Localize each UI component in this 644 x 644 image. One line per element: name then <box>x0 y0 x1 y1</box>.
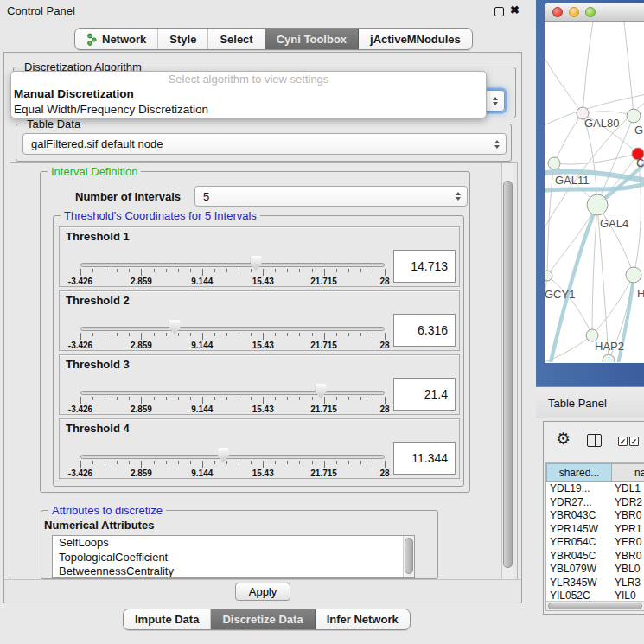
network-edge[interactable] <box>592 205 597 335</box>
table-data-combobox[interactable]: galFiltered.sif default node <box>22 133 507 155</box>
threshold-2-slider-track[interactable] <box>80 327 385 331</box>
table-cell[interactable]: YBL079W <box>546 563 612 577</box>
network-node[interactable] <box>548 157 560 169</box>
table-cell[interactable]: YBR045C <box>546 550 612 564</box>
network-edge[interactable] <box>545 53 583 113</box>
slider-tick <box>214 269 215 272</box>
network-window-titlebar[interactable] <box>545 3 644 22</box>
slider-tick-label: 9.144 <box>191 277 213 286</box>
checkbox-icon[interactable]: ✓ <box>618 437 628 446</box>
network-edge[interactable] <box>547 163 554 276</box>
table-cell[interactable]: YER0 <box>612 536 644 550</box>
table-cell[interactable]: YPR145W <box>546 523 612 537</box>
table-cell[interactable]: YPR1 <box>612 523 644 537</box>
network-node[interactable] <box>603 354 615 362</box>
slider-tick <box>287 397 288 400</box>
dropdown-option-manual-discretization[interactable]: Manual Discretization <box>11 86 486 102</box>
attribute-list-item[interactable]: BetweennessCentrality <box>53 564 414 578</box>
column-browse-icon[interactable] <box>587 434 602 447</box>
slider-tick <box>129 461 130 464</box>
slider-tick-label: 15.43 <box>252 341 274 350</box>
dropdown-placeholder-item[interactable]: Select algorithm to view settings <box>11 72 486 86</box>
slider-tick <box>190 397 191 400</box>
table-row[interactable]: YPR145WYPR1 <box>546 523 644 537</box>
slider-tick <box>360 397 361 400</box>
table-cell[interactable]: YLR3 <box>612 577 644 590</box>
network-node[interactable] <box>545 271 552 281</box>
network-edge[interactable] <box>583 112 634 116</box>
table-horizontal-scrollbar[interactable] <box>546 601 644 610</box>
table-cell[interactable]: YER054C <box>546 536 612 550</box>
settings-scrollbar[interactable] <box>501 163 513 579</box>
tab-impute-data[interactable]: Impute Data <box>124 609 211 629</box>
gear-icon[interactable]: ⚙ <box>556 430 571 447</box>
network-node[interactable] <box>587 194 608 215</box>
slider-tick <box>92 269 93 272</box>
number-of-intervals-combobox[interactable]: 5 <box>194 186 468 207</box>
network-edge[interactable] <box>554 113 583 163</box>
threshold-4-slider-track[interactable] <box>80 455 385 459</box>
threshold-4-value-field[interactable]: 11.344 <box>393 442 456 475</box>
table-row[interactable]: YDR27...YDR2 <box>546 496 644 510</box>
apply-button[interactable]: Apply <box>235 583 290 601</box>
table-cell[interactable]: YBL0 <box>612 563 644 577</box>
slider-ticks <box>80 461 385 469</box>
scrollbar-thumb[interactable] <box>548 603 642 609</box>
slider-tick <box>214 461 215 464</box>
threshold-3-slider-track[interactable] <box>80 391 385 395</box>
table-row[interactable]: YLR345WYLR3 <box>546 577 644 590</box>
table-row[interactable]: YER054CYER0 <box>546 536 644 550</box>
table-panel-header: Table Panel <box>536 386 644 418</box>
column-header-name[interactable]: na <box>612 463 644 482</box>
checkbox-icon[interactable]: ✓ <box>629 437 639 446</box>
tab-network[interactable]: Network <box>75 29 158 49</box>
table-cell[interactable]: YDL19... <box>546 482 612 496</box>
table-cell[interactable]: YLR345W <box>546 577 612 590</box>
tab-cyni-toolbox[interactable]: Cyni Toolbox <box>265 29 359 49</box>
attributes-list-scrollbar[interactable] <box>403 536 414 577</box>
slider-tick <box>312 333 313 336</box>
tab-select[interactable]: Select <box>208 29 265 49</box>
threshold-1-value-field[interactable]: 14.713 <box>393 250 456 283</box>
network-edge[interactable] <box>583 22 593 113</box>
network-edge[interactable] <box>547 205 597 276</box>
threshold-3-value-field[interactable]: 21.4 <box>393 378 456 411</box>
network-node[interactable] <box>626 267 641 283</box>
table-cell[interactable]: YBR043C <box>546 509 612 523</box>
table-cell[interactable]: YBR0 <box>612 550 644 564</box>
threshold-1-slider-track[interactable] <box>80 263 385 267</box>
attribute-list-item[interactable]: SelfLoops <box>53 536 414 551</box>
tab-jactivemnodules[interactable]: jActiveMNodules <box>359 29 472 49</box>
float-window-icon[interactable] <box>494 7 504 16</box>
tab-style[interactable]: Style <box>158 29 208 49</box>
scrollbar-thumb[interactable] <box>405 538 413 574</box>
minimize-traffic-light-icon[interactable] <box>569 7 579 17</box>
zoom-traffic-light-icon[interactable] <box>585 7 596 17</box>
tab-infer-network[interactable]: Infer Network <box>316 609 410 629</box>
attribute-list-item[interactable]: TopologicalCoefficient <box>53 551 414 565</box>
network-edge[interactable] <box>597 205 634 275</box>
close-traffic-light-icon[interactable] <box>552 7 563 17</box>
threshold-2-value-field[interactable]: 6.316 <box>393 314 456 347</box>
slider-tick <box>299 269 300 272</box>
scrollbar-thumb[interactable] <box>503 181 513 568</box>
slider-tick <box>348 269 349 272</box>
network-edge[interactable] <box>624 22 634 116</box>
table-cell[interactable]: YDR2 <box>612 496 644 510</box>
table-row[interactable]: YBL079WYBL0 <box>546 563 644 577</box>
table-cell[interactable]: YDR27... <box>546 496 612 510</box>
close-icon[interactable]: ✖ <box>510 3 520 16</box>
tab-discretize-data[interactable]: Discretize Data <box>211 609 315 629</box>
network-canvas[interactable]: GAL80GCGAL11GAL4GCY1HHAP2 <box>545 22 644 362</box>
numerical-attributes-list[interactable]: SelfLoopsTopologicalCoefficientBetweenne… <box>52 535 415 578</box>
table-row[interactable]: YBR043CYBR0 <box>546 509 644 523</box>
table-cell[interactable]: YBR0 <box>612 509 644 523</box>
table-cell[interactable]: YDL1 <box>612 482 644 496</box>
column-header-shared-name[interactable]: shared... <box>546 463 612 482</box>
slider-tick <box>275 461 276 464</box>
table-row[interactable]: YDL19...YDL1 <box>546 482 644 496</box>
network-edge[interactable] <box>554 154 638 164</box>
table-row[interactable]: YBR045CYBR0 <box>546 550 644 564</box>
network-node[interactable] <box>627 109 641 123</box>
dropdown-option-equal-width-frequency[interactable]: Equal Width/Frequency Discretization <box>11 102 486 118</box>
